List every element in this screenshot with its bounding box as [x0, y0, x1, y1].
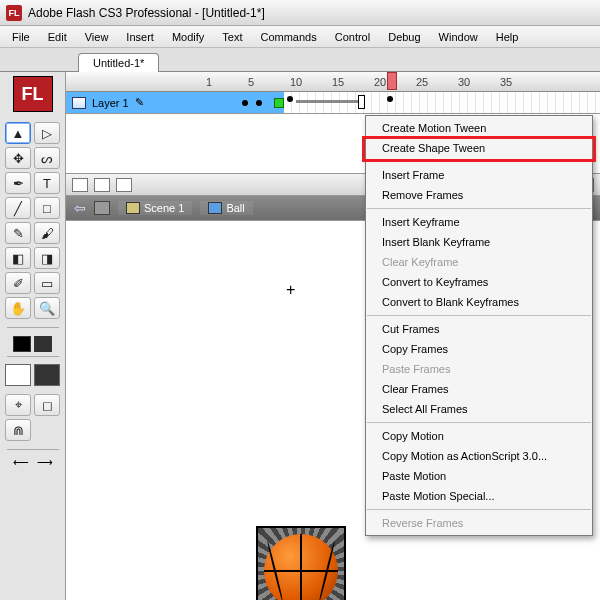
menu-commands[interactable]: Commands [252, 29, 324, 45]
outline-color[interactable] [274, 98, 284, 108]
frame-num: 10 [290, 76, 332, 88]
menu-item-paste-motion-special[interactable]: Paste Motion Special... [366, 486, 592, 506]
menu-window[interactable]: Window [431, 29, 486, 45]
option-box-a[interactable] [5, 364, 31, 386]
menu-item-copy-motion[interactable]: Copy Motion [366, 426, 592, 446]
menu-item-clear-keyframe: Clear Keyframe [366, 252, 592, 272]
visibility-dot[interactable] [242, 100, 248, 106]
menu-view[interactable]: View [77, 29, 117, 45]
eraser-tool[interactable]: ▭ [34, 272, 60, 294]
layer-icon [72, 97, 86, 109]
magnet-icon[interactable]: ⋒ [5, 419, 31, 441]
frame-num: 5 [248, 76, 290, 88]
menu-item-reverse-frames: Reverse Frames [366, 513, 592, 533]
text-tool[interactable]: T [34, 172, 60, 194]
menu-insert[interactable]: Insert [118, 29, 162, 45]
menu-item-paste-frames: Paste Frames [366, 359, 592, 379]
scene-toggle-icon[interactable] [94, 201, 110, 215]
delete-layer-icon[interactable] [116, 178, 132, 192]
frame-num: 25 [416, 76, 458, 88]
frame-num: 15 [332, 76, 374, 88]
menu-file[interactable]: File [4, 29, 38, 45]
frame-num: 1 [206, 76, 248, 88]
menu-item-select-all-frames[interactable]: Select All Frames [366, 399, 592, 419]
brush-tool[interactable]: 🖌 [34, 222, 60, 244]
new-layer-icon[interactable] [72, 178, 88, 192]
keyframe-end[interactable] [387, 96, 393, 102]
titlebar: FL Adobe Flash CS3 Professional - [Untit… [0, 0, 600, 26]
crosshair-icon: + [286, 281, 295, 299]
menu-item-copy-motion-as-actionscript-3-0[interactable]: Copy Motion as ActionScript 3.0... [366, 446, 592, 466]
app-icon: FL [6, 5, 22, 21]
subselect-tool[interactable]: ▷ [34, 122, 60, 144]
collapse-right-icon[interactable]: ⟶ [37, 456, 53, 469]
tools-panel: FL ▲▷✥ᔕ✒T╱□✎🖌◧◨✐▭✋🔍 ⌖ ◻ ⋒ ⟵ ⟶ [0, 72, 66, 600]
menu-item-convert-to-keyframes[interactable]: Convert to Keyframes [366, 272, 592, 292]
menu-item-copy-frames[interactable]: Copy Frames [366, 339, 592, 359]
ball-graphic[interactable] [256, 526, 346, 600]
playhead[interactable] [387, 72, 397, 90]
collapse-left-icon[interactable]: ⟵ [13, 456, 29, 469]
frames-strip[interactable] [284, 92, 600, 113]
back-arrow-icon[interactable]: ⇦ [74, 200, 86, 216]
lock-dot[interactable] [256, 100, 262, 106]
line-tool[interactable]: ╱ [5, 197, 31, 219]
symbol-icon [208, 202, 222, 214]
pencil-icon: ✎ [135, 96, 144, 109]
lasso-tool[interactable]: ᔕ [34, 147, 60, 169]
stroke-swatch[interactable] [13, 336, 31, 352]
zoom-tool[interactable]: 🔍 [34, 297, 60, 319]
menu-control[interactable]: Control [327, 29, 378, 45]
frame-num: 35 [500, 76, 542, 88]
flash-badge: FL [13, 76, 53, 112]
scene-icon [126, 202, 140, 214]
pen-tool[interactable]: ✒ [5, 172, 31, 194]
menu-item-paste-motion[interactable]: Paste Motion [366, 466, 592, 486]
document-tabs: Untitled-1* [0, 48, 600, 72]
breadcrumb-scene[interactable]: Scene 1 [118, 201, 192, 215]
menu-item-insert-keyframe[interactable]: Insert Keyframe [366, 212, 592, 232]
menu-help[interactable]: Help [488, 29, 527, 45]
new-folder-icon[interactable] [94, 178, 110, 192]
layer-name: Layer 1 [92, 97, 129, 109]
window-title: Adobe Flash CS3 Professional - [Untitled… [28, 6, 265, 20]
menu-item-cut-frames[interactable]: Cut Frames [366, 319, 592, 339]
frame-num: 30 [458, 76, 500, 88]
menu-text[interactable]: Text [214, 29, 250, 45]
free-transform-tool[interactable]: ✥ [5, 147, 31, 169]
paint-bucket-tool[interactable]: ◨ [34, 247, 60, 269]
menu-item-convert-to-blank-keyframes[interactable]: Convert to Blank Keyframes [366, 292, 592, 312]
menu-item-create-shape-tween[interactable]: Create Shape Tween [366, 138, 592, 158]
menu-item-create-motion-tween[interactable]: Create Motion Tween [366, 118, 592, 138]
option-box-b[interactable] [34, 364, 60, 386]
menu-modify[interactable]: Modify [164, 29, 212, 45]
pencil-tool[interactable]: ✎ [5, 222, 31, 244]
hand-tool[interactable]: ✋ [5, 297, 31, 319]
keyframe-1[interactable] [287, 96, 293, 102]
fill-swatch[interactable] [34, 336, 52, 352]
tab-untitled[interactable]: Untitled-1* [78, 53, 159, 72]
timeline-ruler: 15101520253035 [66, 72, 600, 92]
menu-edit[interactable]: Edit [40, 29, 75, 45]
menu-item-remove-frames[interactable]: Remove Frames [366, 185, 592, 205]
snap-icon[interactable]: ⌖ [5, 394, 31, 416]
context-menu: Create Motion TweenCreate Shape TweenIns… [365, 115, 593, 536]
rectangle-tool[interactable]: □ [34, 197, 60, 219]
menu-debug[interactable]: Debug [380, 29, 428, 45]
breadcrumb-symbol[interactable]: Ball [200, 201, 252, 215]
menubar: FileEditViewInsertModifyTextCommandsCont… [0, 26, 600, 48]
eyedropper-tool[interactable]: ✐ [5, 272, 31, 294]
menu-item-clear-frames[interactable]: Clear Frames [366, 379, 592, 399]
option-icon[interactable]: ◻ [34, 394, 60, 416]
menu-item-insert-blank-keyframe[interactable]: Insert Blank Keyframe [366, 232, 592, 252]
blank-keyframe[interactable] [358, 95, 365, 109]
menu-item-insert-frame[interactable]: Insert Frame [366, 165, 592, 185]
ink-bottle-tool[interactable]: ◧ [5, 247, 31, 269]
layer-row[interactable]: Layer 1 ✎ [66, 92, 600, 114]
selection-tool[interactable]: ▲ [5, 122, 31, 144]
